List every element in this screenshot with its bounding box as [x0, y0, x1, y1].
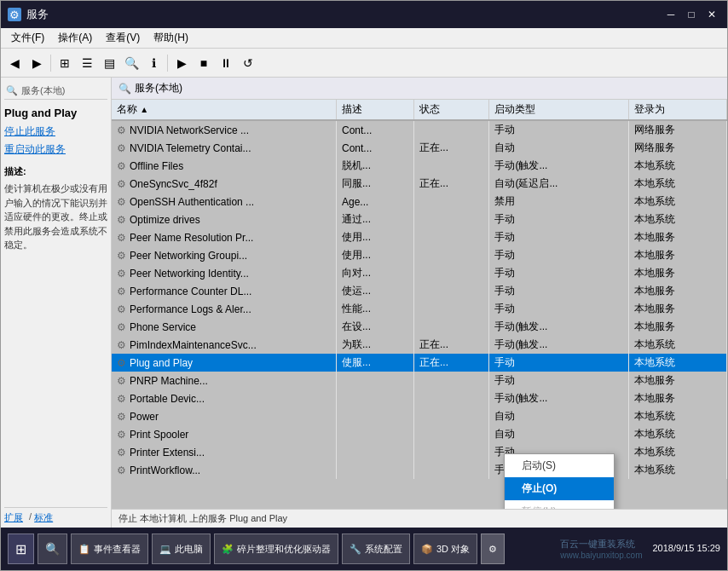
cell-4: 网络服务 — [629, 139, 727, 157]
cell-4: 本地系统 — [629, 157, 727, 175]
watermark-top: 百云一键重装系统 — [560, 538, 642, 551]
cell-1: 使服... — [336, 354, 413, 372]
left-header-icon: 🔍 — [6, 85, 18, 96]
table-container[interactable]: 名称 ▲ 描述 状态 启动类型 登录为 ⚙NVIDIA NetworkServi… — [112, 100, 727, 509]
action-button[interactable]: ℹ — [143, 53, 164, 73]
cell-3: 手动 — [489, 228, 629, 246]
table-row[interactable]: ⚙NVIDIA NetworkService ...Cont...手动网络服务 — [112, 120, 727, 139]
col-name[interactable]: 名称 ▲ — [112, 100, 336, 120]
table-row[interactable]: ⚙Performance Logs & Aler...性能...手动本地服务 — [112, 300, 727, 318]
desc-title: 描述: — [4, 165, 107, 178]
cell-2 — [413, 264, 488, 282]
menu-action[interactable]: 操作(A) — [51, 29, 99, 47]
taskbar-mypc[interactable]: 💻 此电脑 — [152, 534, 211, 564]
minimize-button[interactable]: ─ — [662, 8, 679, 21]
table-row[interactable]: ⚙Performance Counter DL...使运...手动本地服务 — [112, 282, 727, 300]
cell-2: 正在... — [413, 336, 488, 354]
table-row[interactable]: ⚙OpenSSH Authentication ...Age...禁用本地系统 — [112, 193, 727, 211]
cell-2 — [413, 193, 488, 211]
back-button[interactable]: ◀ — [4, 53, 25, 73]
table-row[interactable]: ⚙Printer Extensi...手动本地系统 — [112, 443, 727, 461]
menu-bar: 文件(F) 操作(A) 查看(V) 帮助(H) — [1, 28, 727, 49]
cell-0: ⚙Power — [112, 407, 336, 425]
left-panel: 🔍 服务(本地) Plug and Play 停止此服务 重启动此服务 描述: … — [1, 78, 112, 528]
tab-sep: / — [26, 511, 34, 524]
restart-button[interactable]: ↺ — [238, 53, 258, 73]
cell-0: ⚙Print Spooler — [112, 425, 336, 443]
close-button[interactable]: ✕ — [703, 8, 720, 21]
toolbar: ◀ ▶ ⊞ ☰ ▤ 🔍 ℹ ▶ ■ ⏸ ↺ — [1, 49, 727, 78]
maximize-button[interactable]: □ — [683, 8, 700, 21]
col-status[interactable]: 状态 — [413, 100, 488, 120]
left-panel-header: 🔍 服务(本地) — [4, 81, 107, 100]
tab-extended[interactable]: 扩展 — [4, 511, 23, 524]
taskbar-search[interactable]: 🔍 — [38, 534, 67, 564]
ctx-pause: 暂停(U) — [505, 500, 614, 509]
view-detail-button[interactable]: ▤ — [99, 53, 119, 73]
toolbar-sep-1 — [50, 55, 51, 72]
table-row[interactable]: ⚙Peer Networking Identity...向对...手动本地服务 — [112, 264, 727, 282]
table-row[interactable]: ⚙PimIndexMaintenanceSvc...为联...正在...手动(触… — [112, 336, 727, 354]
taskbar-services[interactable]: ⚙ — [481, 534, 505, 564]
desc-text: 使计算机在极少或没有用户输入的情况下能识别并适应硬件的更改。终止或禁用此服务会造… — [4, 182, 107, 252]
cell-4: 本地系统 — [629, 425, 727, 443]
table-row[interactable]: ⚙Power自动本地系统 — [112, 407, 727, 425]
cell-3: 自动 — [489, 407, 629, 425]
right-header-icon: 🔍 — [118, 83, 131, 95]
taskbar-mypc-label: 此电脑 — [175, 543, 203, 556]
view-grid-button[interactable]: ⊞ — [55, 53, 75, 73]
menu-file[interactable]: 文件(F) — [4, 29, 51, 47]
ctx-start[interactable]: 启动(S) — [505, 454, 614, 477]
taskbar-msconfig-icon: 🔧 — [350, 544, 361, 555]
play-button[interactable]: ▶ — [171, 53, 192, 73]
title-bar-controls: ─ □ ✕ — [662, 8, 720, 21]
table-row[interactable]: ⚙Peer Networking Groupi...使用...手动本地服务 — [112, 246, 727, 264]
cell-0: ⚙PNRP Machine... — [112, 372, 336, 389]
restart-service-link[interactable]: 重启动此服务 — [4, 142, 107, 157]
table-row[interactable]: ⚙PNRP Machine...手动本地服务 — [112, 372, 727, 389]
cell-4: 本地系统 — [629, 211, 727, 228]
taskbar-start[interactable]: ⊞ — [8, 534, 34, 564]
table-row[interactable]: ⚙Peer Name Resolution Pr...使用...手动本地服务 — [112, 228, 727, 246]
table-row[interactable]: ⚙Optimize drives通过...手动本地系统 — [112, 211, 727, 228]
taskbar-event-viewer[interactable]: 📋 事件查看器 — [71, 534, 148, 564]
cell-0: ⚙Peer Networking Identity... — [112, 264, 336, 282]
properties-button[interactable]: 🔍 — [121, 53, 142, 73]
cell-3: 手动(触发... — [489, 318, 629, 336]
table-row[interactable]: ⚙OneSyncSvc_4f82f同服...正在...自动(延迟启...本地系统 — [112, 175, 727, 193]
forward-button[interactable]: ▶ — [26, 53, 47, 73]
table-row[interactable]: ⚙Print Spooler自动本地系统 — [112, 425, 727, 443]
cell-4: 本地系统 — [629, 336, 727, 354]
col-desc[interactable]: 描述 — [336, 100, 413, 120]
stop-button[interactable]: ■ — [194, 53, 214, 73]
cell-4: 本地服务 — [629, 228, 727, 246]
cell-1 — [336, 443, 413, 461]
menu-help[interactable]: 帮助(H) — [147, 29, 195, 47]
taskbar-defrag-icon: 🧩 — [222, 544, 234, 555]
table-row[interactable]: ⚙Offline Files脱机...手动(触发...本地系统 — [112, 157, 727, 175]
cell-4: 本地系统 — [629, 354, 727, 372]
cell-2 — [413, 461, 488, 479]
pause-button[interactable]: ⏸ — [216, 53, 236, 73]
table-header: 名称 ▲ 描述 状态 启动类型 登录为 — [112, 100, 727, 120]
tabs-bottom: 扩展 / 标准 — [4, 507, 107, 524]
taskbar: ⊞ 🔍 📋 事件查看器 💻 此电脑 🧩 碎片整理和优化驱动器 🔧 系统配置 📦 … — [1, 528, 727, 570]
table-row[interactable]: ⚙Portable Devic...手动(触发...本地服务 — [112, 389, 727, 407]
table-row[interactable]: ⚙NVIDIA Telemetry Contai...Cont...正在...自… — [112, 139, 727, 157]
ctx-stop[interactable]: 停止(O) — [505, 477, 614, 500]
view-list-button[interactable]: ☰ — [77, 53, 97, 73]
taskbar-defrag[interactable]: 🧩 碎片整理和优化驱动器 — [214, 534, 338, 564]
status-bar: 停止 本地计算机 上的服务 Plug and Play — [112, 509, 727, 528]
stop-service-link[interactable]: 停止此服务 — [4, 124, 107, 139]
tab-standard[interactable]: 标准 — [34, 511, 53, 524]
table-row[interactable]: ⚙Phone Service在设...手动(触发...本地服务 — [112, 318, 727, 336]
table-row[interactable]: ⚙Plug and Play使服...正在...手动本地系统 — [112, 354, 727, 372]
taskbar-msconfig[interactable]: 🔧 系统配置 — [342, 534, 410, 564]
taskbar-msconfig-label: 系统配置 — [365, 543, 402, 556]
col-startup[interactable]: 启动类型 — [489, 100, 629, 120]
table-row[interactable]: ⚙PrintWorkflow...手动本地系统 — [112, 461, 727, 479]
taskbar-3d[interactable]: 📦 3D 对象 — [413, 534, 477, 564]
col-login[interactable]: 登录为 — [629, 100, 727, 120]
cell-1: 使用... — [336, 228, 413, 246]
menu-view[interactable]: 查看(V) — [99, 29, 147, 47]
